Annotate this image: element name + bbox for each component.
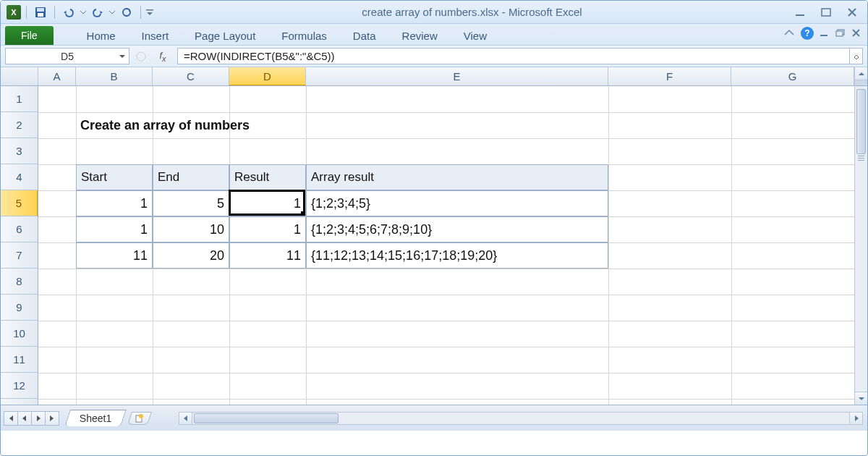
row-header-8[interactable]: 8: [1, 269, 38, 295]
repeat-button[interactable]: [118, 4, 135, 20]
formula-input[interactable]: =ROW(INDIRECT(B5&":"&C5)): [177, 48, 863, 64]
tab-formulas[interactable]: Formulas: [268, 26, 340, 45]
first-sheet-button[interactable]: [4, 411, 18, 426]
workbook-minimize-icon[interactable]: [820, 29, 830, 38]
quick-access-toolbar: X: [7, 4, 153, 20]
row-header-7[interactable]: 7: [1, 242, 38, 269]
formula-bar: D5 fx =ROW(INDIRECT(B5&":"&C5)): [1, 46, 867, 67]
svg-point-10: [137, 52, 145, 61]
row-header-9[interactable]: 9: [1, 295, 38, 321]
tab-insert[interactable]: Insert: [129, 26, 182, 45]
name-box-dropdown[interactable]: [117, 51, 127, 62]
scroll-thumb[interactable]: [856, 89, 866, 154]
insert-function-button[interactable]: fx: [153, 48, 173, 64]
svg-rect-9: [836, 31, 843, 36]
table-header[interactable]: Start: [76, 164, 153, 190]
svg-rect-2: [38, 13, 43, 17]
hscroll-thumb[interactable]: [194, 413, 339, 423]
workbook-restore-icon[interactable]: [835, 29, 846, 38]
expand-formula-bar[interactable]: [849, 48, 862, 64]
split-handle[interactable]: [855, 80, 867, 86]
title-cell[interactable]: Create an array of numbers: [76, 112, 438, 138]
cell-end[interactable]: 10: [153, 216, 229, 242]
new-sheet-button[interactable]: [127, 412, 152, 425]
row-header-4[interactable]: 4: [1, 164, 38, 190]
vertical-scrollbar[interactable]: [854, 67, 867, 405]
sheet-tab-bar: Sheet1: [1, 405, 867, 431]
close-button[interactable]: [843, 6, 861, 19]
prev-sheet-button[interactable]: [17, 411, 32, 426]
cell-result[interactable]: 1: [229, 190, 306, 216]
row-header-11[interactable]: 11: [1, 347, 38, 373]
cell-start[interactable]: 1: [76, 190, 153, 216]
row-header-1[interactable]: 1: [1, 86, 38, 112]
column-header-F[interactable]: F: [608, 67, 731, 85]
tab-view[interactable]: View: [451, 26, 500, 45]
cell-start[interactable]: 11: [76, 242, 153, 269]
last-sheet-button[interactable]: [45, 411, 59, 426]
svg-point-3: [123, 9, 130, 16]
cell-array[interactable]: {1;2;3;4;5}: [306, 190, 608, 216]
formula-text: =ROW(INDIRECT(B5&":"&C5)): [184, 50, 335, 62]
fx-icon: fx: [159, 50, 166, 63]
scroll-left-button[interactable]: [179, 413, 192, 424]
horizontal-scrollbar[interactable]: [179, 412, 863, 425]
maximize-button[interactable]: [817, 6, 835, 19]
dropdown-icon[interactable]: [80, 9, 86, 15]
cell-end[interactable]: 20: [153, 242, 229, 269]
dropdown-icon[interactable]: [109, 9, 115, 15]
tab-page-layout[interactable]: Page Layout: [182, 26, 268, 45]
redo-button[interactable]: [89, 4, 106, 20]
name-box[interactable]: D5: [5, 48, 129, 64]
sheet-tab-label: Sheet1: [80, 413, 111, 424]
row-header-5[interactable]: 5: [1, 190, 38, 216]
table-header[interactable]: End: [153, 164, 229, 190]
row-header-6[interactable]: 6: [1, 216, 38, 242]
minimize-button[interactable]: [791, 6, 809, 19]
workbook-close-icon[interactable]: [851, 29, 861, 38]
column-header-G[interactable]: G: [731, 67, 854, 85]
column-headers: ABCDEFG: [1, 67, 854, 86]
next-sheet-button[interactable]: [31, 411, 46, 426]
cell-end[interactable]: 5: [153, 190, 229, 216]
tab-review[interactable]: Review: [389, 26, 451, 45]
row-header-10[interactable]: 10: [1, 321, 38, 347]
cell-array[interactable]: {11;12;13;14;15;16;17;18;19;20}: [306, 242, 608, 269]
row-header-12[interactable]: 12: [1, 373, 38, 399]
scroll-down-button[interactable]: [855, 392, 867, 405]
help-icon[interactable]: ?: [801, 27, 814, 40]
column-header-A[interactable]: A: [38, 67, 76, 85]
customize-qat-icon[interactable]: [146, 9, 153, 16]
cancel-icon[interactable]: [134, 51, 148, 62]
cell-result[interactable]: 11: [229, 242, 306, 269]
cells-area[interactable]: Create an array of numbersStartEndResult…: [38, 86, 854, 405]
save-button[interactable]: [32, 4, 49, 20]
select-all-corner[interactable]: [1, 67, 38, 85]
cell-array[interactable]: {1;2;3;4;5;6;7;8;9;10}: [306, 216, 608, 242]
svg-rect-6: [822, 9, 830, 16]
tab-data[interactable]: Data: [340, 26, 389, 45]
title-bar: X create array of numbers.xlsx - Microso…: [1, 1, 867, 24]
scroll-right-button[interactable]: [849, 413, 862, 424]
svg-rect-4: [146, 9, 153, 11]
scroll-up-button[interactable]: [855, 67, 867, 80]
column-header-E[interactable]: E: [306, 67, 608, 85]
redo-icon: [92, 7, 103, 17]
undo-button[interactable]: [60, 4, 77, 20]
row-header-2[interactable]: 2: [1, 112, 38, 138]
cell-start[interactable]: 1: [76, 216, 153, 242]
excel-logo-icon: X: [7, 5, 21, 20]
column-header-B[interactable]: B: [76, 67, 153, 85]
tab-home[interactable]: Home: [74, 26, 129, 45]
sheet-tab[interactable]: Sheet1: [64, 410, 127, 426]
column-header-C[interactable]: C: [153, 67, 229, 85]
table-header[interactable]: Result: [229, 164, 306, 190]
table-header[interactable]: Array result: [306, 164, 608, 190]
minimize-ribbon-icon[interactable]: [783, 28, 795, 38]
cell-result[interactable]: 1: [229, 216, 306, 242]
column-header-D[interactable]: D: [229, 67, 306, 85]
file-tab[interactable]: File: [5, 26, 54, 45]
row-headers: 123456789101112: [1, 86, 38, 405]
window-title: create array of numbers.xlsx - Microsoft…: [153, 6, 791, 18]
row-header-3[interactable]: 3: [1, 138, 38, 164]
